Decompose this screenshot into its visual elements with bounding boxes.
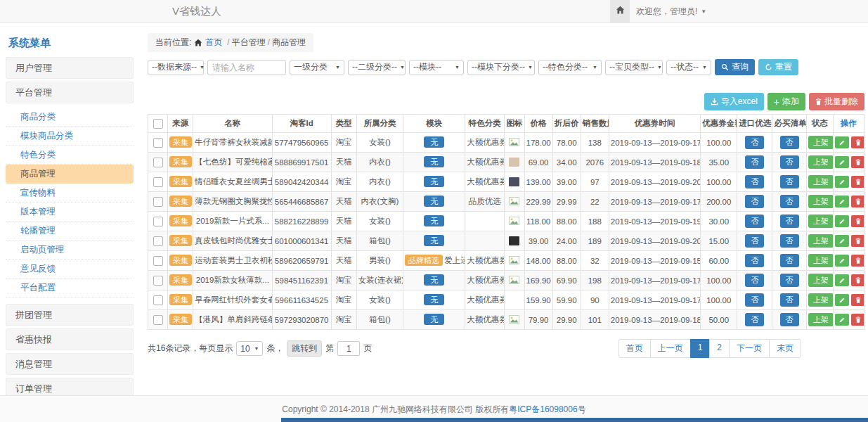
sidebar-item-saving-express[interactable]: 省惠快报 (6, 328, 134, 350)
delete-button[interactable] (851, 255, 864, 267)
sidebar-item-platform-config[interactable]: 平台配置 (6, 279, 134, 298)
edit-button[interactable] (835, 136, 849, 148)
user-menu[interactable]: 欢迎您，管理员! ▼ (636, 0, 706, 23)
row-checkbox[interactable] (153, 276, 163, 286)
home-button[interactable] (610, 0, 630, 23)
import-optimal-toggle[interactable]: 否 (745, 136, 764, 149)
must-buy-toggle[interactable]: 否 (780, 313, 799, 326)
page-button[interactable]: 首页 (618, 339, 651, 358)
import-excel-button[interactable]: 导入excel (704, 93, 764, 110)
feature-category-select[interactable]: --特色分类--▼ (538, 60, 602, 75)
data-source-select[interactable]: --数据来源--▼ (148, 60, 204, 75)
page-button[interactable]: 末页 (769, 339, 801, 358)
must-buy-toggle[interactable]: 否 (780, 195, 799, 208)
sidebar-item-goods-management[interactable]: 商品管理 (6, 165, 134, 184)
delete-button[interactable] (851, 136, 864, 148)
sidebar-item-order-management[interactable]: 订单管理 (6, 378, 134, 395)
status-button[interactable]: 上架 (808, 175, 834, 188)
module-subcategory-select[interactable]: --模块下分类--▼ (467, 60, 535, 75)
status-button[interactable]: 上架 (808, 274, 834, 287)
must-buy-toggle[interactable]: 否 (780, 254, 799, 267)
sidebar-item-message-management[interactable]: 消息管理 (6, 353, 134, 375)
edit-button[interactable] (835, 196, 849, 207)
import-optimal-toggle[interactable]: 否 (745, 293, 764, 307)
row-checkbox[interactable] (153, 295, 163, 305)
delete-button[interactable] (851, 314, 864, 326)
sidebar-item-splash-page-management[interactable]: 启动页管理 (6, 241, 134, 260)
breadcrumb-home-link[interactable]: 首页 (205, 37, 222, 49)
reset-button[interactable]: 重置 (758, 59, 798, 75)
row-checkbox[interactable] (153, 177, 163, 187)
delete-button[interactable] (851, 235, 864, 247)
must-buy-toggle[interactable]: 否 (780, 215, 799, 228)
jump-button[interactable]: 跳转到 (287, 340, 322, 357)
must-buy-toggle[interactable]: 否 (780, 155, 799, 169)
page-button[interactable]: 2 (709, 339, 730, 358)
delete-button[interactable] (851, 215, 864, 227)
import-optimal-toggle[interactable]: 否 (745, 234, 764, 248)
sidebar-item-feedback[interactable]: 意见反馈 (6, 260, 134, 279)
sidebar-item-group-buy-management[interactable]: 拼团管理 (6, 304, 134, 326)
delete-button[interactable] (851, 274, 864, 286)
sidebar-item-user-management[interactable]: 用户管理 (6, 57, 134, 79)
status-select[interactable]: --状态--▼ (666, 60, 711, 75)
row-checkbox[interactable] (153, 315, 163, 325)
must-buy-toggle[interactable]: 否 (780, 234, 799, 248)
must-buy-toggle[interactable]: 否 (780, 293, 799, 307)
page-button-active[interactable]: 1 (690, 339, 711, 358)
module-select[interactable]: --模块--▼ (409, 60, 464, 75)
page-number-input[interactable] (337, 341, 360, 356)
level2-category-select[interactable]: --二级分类--▼ (348, 60, 406, 75)
status-button[interactable]: 上架 (808, 195, 834, 208)
must-buy-toggle[interactable]: 否 (780, 175, 799, 188)
sidebar-item-feature-category[interactable]: 特色分类 (6, 146, 134, 165)
status-button[interactable]: 上架 (808, 155, 834, 169)
search-button[interactable]: 查询 (715, 59, 755, 75)
sidebar-item-goods-category[interactable]: 商品分类 (6, 108, 134, 127)
delete-button[interactable] (851, 176, 864, 188)
name-input[interactable] (207, 60, 286, 75)
item-type-select[interactable]: --宝贝类型--▼ (605, 60, 663, 75)
row-checkbox[interactable] (153, 256, 163, 266)
sidebar-item-promo-materials[interactable]: 宣传物料 (6, 184, 134, 203)
edit-button[interactable] (835, 294, 849, 306)
delete-button[interactable] (851, 196, 864, 207)
status-button[interactable]: 上架 (808, 254, 834, 267)
sidebar-item-version-management[interactable]: 版本管理 (6, 203, 134, 222)
edit-button[interactable] (835, 215, 849, 227)
page-button[interactable]: 下一页 (729, 339, 770, 358)
sidebar-item-module-goods-category[interactable]: 模块商品分类 (6, 127, 134, 146)
row-checkbox[interactable] (153, 236, 163, 246)
edit-button[interactable] (835, 235, 849, 247)
row-checkbox[interactable] (153, 217, 163, 226)
must-buy-toggle[interactable]: 否 (780, 136, 799, 149)
status-button[interactable]: 上架 (808, 136, 834, 149)
status-button[interactable]: 上架 (808, 215, 834, 228)
import-optimal-toggle[interactable]: 否 (745, 195, 764, 208)
row-checkbox[interactable] (153, 138, 163, 148)
row-checkbox[interactable] (153, 197, 163, 207)
sidebar-item-carousel-management[interactable]: 轮播管理 (6, 222, 134, 241)
per-page-select[interactable]: 10 ▼ (236, 341, 263, 356)
edit-button[interactable] (835, 255, 849, 267)
edit-button[interactable] (835, 314, 849, 326)
add-button[interactable]: + 添加 (767, 93, 805, 110)
must-buy-toggle[interactable]: 否 (780, 274, 799, 287)
delete-button[interactable] (851, 294, 864, 306)
import-optimal-toggle[interactable]: 否 (745, 215, 764, 228)
import-optimal-toggle[interactable]: 否 (745, 155, 764, 169)
import-optimal-toggle[interactable]: 否 (745, 274, 764, 287)
import-optimal-toggle[interactable]: 否 (745, 175, 764, 188)
edit-button[interactable] (835, 274, 849, 286)
batch-delete-button[interactable]: 批量删除 (809, 93, 864, 110)
icp-link[interactable]: 粤ICP备16098006号 (509, 404, 585, 416)
status-button[interactable]: 上架 (808, 234, 834, 248)
select-all-checkbox[interactable] (153, 119, 163, 129)
edit-button[interactable] (835, 176, 849, 188)
row-checkbox[interactable] (153, 158, 163, 167)
status-button[interactable]: 上架 (808, 313, 834, 326)
status-button[interactable]: 上架 (808, 293, 834, 307)
edit-button[interactable] (835, 156, 849, 168)
import-optimal-toggle[interactable]: 否 (745, 254, 764, 267)
sidebar-item-platform-management[interactable]: 平台管理 (6, 82, 134, 103)
